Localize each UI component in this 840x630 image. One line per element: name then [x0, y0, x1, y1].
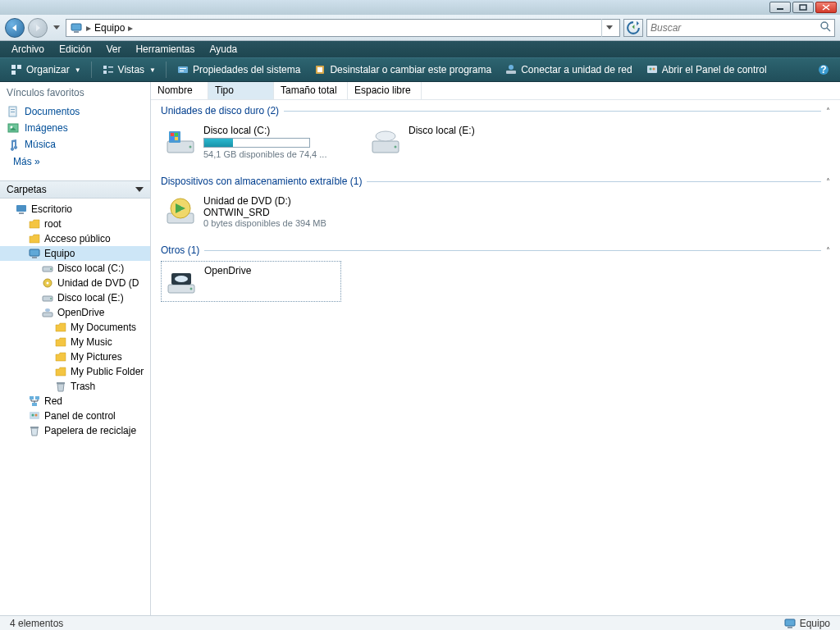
minimize-button[interactable]: [769, 2, 791, 13]
fav-mas[interactable]: Más »: [7, 153, 150, 174]
maximize-button[interactable]: [792, 2, 814, 13]
control-panel-icon: [28, 409, 41, 422]
dvd-drive-icon: [164, 195, 197, 228]
col-nombre[interactable]: Nombre: [151, 82, 208, 99]
svg-rect-48: [30, 427, 39, 428]
fav-imagenes-label: Imágenes: [25, 122, 68, 134]
fav-documentos[interactable]: Documentos: [7, 103, 150, 120]
tree-disco-e[interactable]: Disco local (E:): [0, 290, 150, 305]
svg-rect-29: [16, 205, 26, 212]
svg-rect-7: [11, 71, 16, 75]
tree-acceso-publico[interactable]: Acceso público: [0, 231, 150, 246]
svg-point-34: [50, 268, 52, 270]
address-bar[interactable]: ▸ Equipo ▸: [66, 19, 620, 37]
group-otros-header[interactable]: Otros (1) ˄: [161, 243, 830, 258]
group-hdd-header[interactable]: Unidades de disco duro (2) ˄: [161, 103, 830, 118]
chevron-down-icon: ▼: [75, 66, 81, 74]
cmd-vistas[interactable]: Vistas ▼: [97, 61, 161, 79]
tree-disco-c[interactable]: Disco local (C:): [0, 261, 150, 276]
menu-herramientas[interactable]: Herramientas: [129, 42, 201, 57]
col-espacio[interactable]: Espacio libre: [348, 82, 422, 99]
back-button[interactable]: [5, 18, 25, 38]
dvd-icon: [41, 276, 54, 290]
user-folder-icon: [28, 217, 41, 231]
address-dropdown[interactable]: [601, 19, 616, 37]
breadcrumb-sep-icon: ▸: [86, 22, 91, 34]
tree-opendrive[interactable]: OpenDrive: [0, 305, 150, 320]
col-tipo[interactable]: Tipo: [208, 82, 274, 99]
group-removable: Dispositivos con almacenamiento extraíbl…: [161, 174, 830, 236]
refresh-button[interactable]: [623, 19, 643, 37]
drive-opendrive-label: OpenDrive: [204, 265, 337, 276]
drive-dvd[interactable]: Unidad de DVD (D:) ONTWIN_SRD 0 bytes di…: [161, 192, 341, 231]
svg-rect-5: [11, 65, 16, 69]
tree-mymusic[interactable]: My Music: [0, 335, 150, 349]
menu-archivo[interactable]: Archivo: [5, 42, 51, 57]
computer-icon: [783, 617, 797, 630]
folder-icon: [54, 336, 67, 349]
hdd-icon: [164, 125, 197, 158]
svg-point-47: [35, 414, 38, 417]
menu-edicion[interactable]: Edición: [52, 42, 98, 57]
cmd-propiedades[interactable]: Propiedades del sistema: [171, 61, 305, 79]
menu-ayuda[interactable]: Ayuda: [203, 42, 244, 57]
svg-rect-8: [103, 66, 107, 69]
breadcrumb-equipo[interactable]: Equipo: [94, 22, 125, 34]
drive-c-usage: [203, 138, 310, 148]
tree-mypublic[interactable]: My Public Folder: [0, 364, 150, 379]
search-icon: [819, 21, 831, 34]
tree-mydocs[interactable]: My Documents: [0, 320, 150, 335]
svg-rect-54: [175, 137, 178, 140]
svg-point-46: [32, 414, 34, 417]
close-button[interactable]: [815, 2, 837, 13]
drive-opendrive[interactable]: OpenDrive: [161, 261, 341, 302]
tree-equipo[interactable]: Equipo: [0, 246, 150, 261]
svg-rect-9: [103, 71, 107, 74]
svg-text:?: ?: [820, 64, 826, 75]
svg-rect-44: [32, 403, 37, 406]
group-removable-header[interactable]: Dispositivos con almacenamiento extraíbl…: [161, 174, 830, 189]
drive-dvd-sub: ONTWIN_SRD: [203, 207, 338, 218]
drive-e[interactable]: Disco local (E:): [366, 121, 546, 162]
tree-papelera[interactable]: Papelera de reciclaje: [0, 423, 150, 438]
cmd-panel[interactable]: Abrir el Panel de control: [641, 61, 772, 79]
svg-rect-41: [57, 382, 65, 384]
drive-c[interactable]: Disco local (C:) 54,1 GB disponibles de …: [161, 121, 341, 162]
collapse-icon: ˄: [826, 246, 830, 255]
folder-tree: Escritorio root Acceso público Equipo Di…: [0, 199, 150, 615]
status-location-label: Equipo: [800, 618, 830, 629]
network-icon: [28, 395, 41, 408]
svg-rect-11: [108, 71, 113, 73]
recycle-bin-icon: [28, 424, 41, 437]
navigation-bar: ▸ Equipo ▸: [0, 15, 840, 41]
fav-musica[interactable]: Música: [7, 136, 150, 153]
folders-header[interactable]: Carpetas: [0, 180, 150, 199]
cmd-organizar[interactable]: Organizar ▼: [5, 61, 86, 79]
tree-panel[interactable]: Panel de control: [0, 409, 150, 423]
search-box[interactable]: [646, 19, 835, 37]
tree-root[interactable]: root: [0, 217, 150, 231]
col-tamano[interactable]: Tamaño total: [274, 82, 348, 99]
nav-history-dropdown[interactable]: [51, 20, 62, 36]
menu-ver[interactable]: Ver: [99, 42, 127, 57]
tree-trash[interactable]: Trash: [0, 379, 150, 394]
group-otros: Otros (1) ˄ OpenDrive: [161, 243, 830, 307]
forward-button[interactable]: [28, 18, 48, 38]
cmd-vistas-label: Vistas: [118, 64, 144, 75]
cmd-desinstalar[interactable]: Desinstalar o cambiar este programa: [308, 61, 496, 79]
computer-icon: [70, 21, 83, 34]
fav-imagenes[interactable]: Imágenes: [7, 120, 150, 136]
svg-rect-19: [647, 66, 657, 73]
command-bar: Organizar ▼ Vistas ▼ Propiedades del sis…: [0, 57, 840, 82]
music-icon: [7, 138, 20, 151]
tree-red[interactable]: Red: [0, 394, 150, 409]
folders-header-label: Carpetas: [7, 184, 47, 195]
cmd-help[interactable]: ?: [812, 61, 835, 79]
search-input[interactable]: [651, 22, 819, 34]
group-otros-title: Otros (1): [161, 244, 199, 256]
tree-escritorio[interactable]: Escritorio: [0, 202, 150, 217]
tree-mypics[interactable]: My Pictures: [0, 349, 150, 364]
content-area: Nombre Tipo Tamaño total Espacio libre U…: [151, 82, 840, 615]
cmd-conectar[interactable]: Conectar a unidad de red: [500, 61, 637, 79]
tree-dvd-d[interactable]: Unidad de DVD (D: [0, 276, 150, 290]
